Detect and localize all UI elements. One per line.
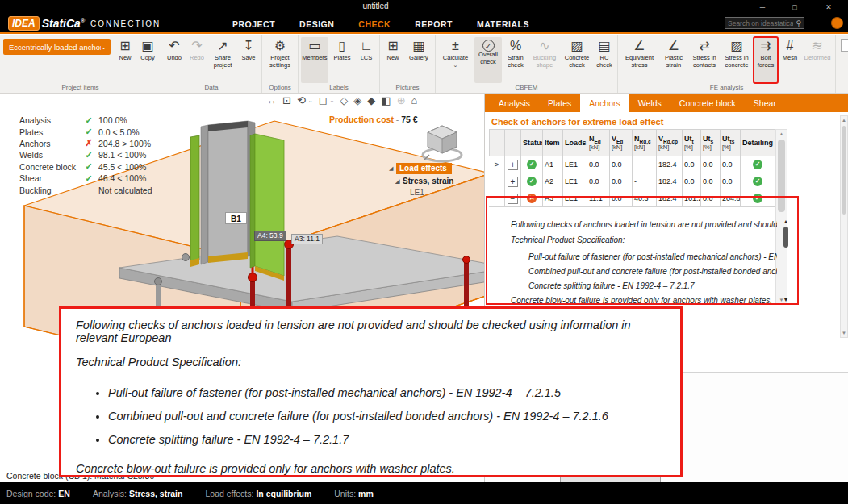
bolt-forces-button[interactable]: ⇉Bolt forces: [754, 37, 778, 83]
summary-label: Welds: [19, 150, 79, 160]
tab-shear[interactable]: Shear: [745, 94, 785, 112]
equivalent-stress-button[interactable]: ∠Equivalent stress: [620, 37, 658, 83]
ribbon-button-label: Equivalent stress: [620, 55, 658, 69]
strain-check-button[interactable]: %Strain check: [503, 37, 528, 83]
row-selector[interactable]: >: [489, 156, 505, 173]
ribbon-button-label: Overall check: [474, 52, 502, 65]
close-icon[interactable]: ✕: [817, 0, 841, 15]
search-input[interactable]: [725, 19, 796, 27]
ribbon-button-label: New: [386, 55, 399, 62]
ribbon-button-label: Members: [302, 55, 327, 62]
overall-check-button[interactable]: ✓Overall check: [474, 37, 502, 83]
menu-tab-report[interactable]: REPORT: [415, 19, 453, 29]
tab-plates[interactable]: Plates: [539, 94, 580, 112]
new-button[interactable]: ⊞New: [382, 37, 403, 83]
share-project-button[interactable]: ↗Share project: [209, 37, 236, 83]
tab-welds[interactable]: Welds: [629, 94, 670, 112]
tab-analysis[interactable]: Analysis: [490, 94, 539, 112]
value-cell-ut_t: 0.0: [683, 156, 701, 173]
tree-item-le1[interactable]: LE1: [410, 188, 453, 197]
save-button[interactable]: ↧Save: [238, 37, 259, 83]
row-selector[interactable]: [489, 190, 505, 207]
item-cell[interactable]: A1: [543, 156, 563, 173]
tab-anchors[interactable]: Anchors: [580, 94, 629, 112]
idea-statica-logo: IDEA StatiCa® CONNECTION: [8, 16, 161, 31]
summary-concrete-block: Concrete block✓45.5 < 100%: [19, 161, 152, 173]
value-cell-n_ed: 11.1: [587, 190, 610, 207]
ribbon-group-label: Labels: [299, 83, 379, 93]
mesh-size-zone: 10.00▲▼: [836, 35, 848, 93]
ribbon-button-label: Redo: [190, 55, 204, 62]
buckling-shape-icon: ∿: [539, 37, 549, 55]
row-expander-button[interactable]: +: [508, 177, 518, 187]
new-picture-icon: ⊞: [387, 37, 398, 55]
item-cell[interactable]: A2: [543, 173, 563, 190]
home-view-icon[interactable]: ⌂: [411, 94, 418, 107]
menu-tab-project[interactable]: PROJECT: [232, 19, 275, 29]
ribbon-group-label: Options: [262, 83, 298, 93]
navigation-cube[interactable]: [420, 123, 465, 165]
account-icon[interactable]: [831, 17, 843, 29]
overlay-bullet: Pull-out failure of fastener (for post-i…: [108, 386, 666, 399]
project-settings-button[interactable]: ⚙Project settings: [265, 37, 295, 83]
tree-item-load-effects[interactable]: ◢ Load effects: [389, 163, 453, 174]
value-cell-n_ed: 0.0: [587, 156, 610, 173]
row-expander-button[interactable]: −: [508, 194, 518, 204]
gallery-button[interactable]: ▦Gallery: [405, 37, 432, 83]
strain-check-icon: %: [510, 37, 521, 55]
minimize-icon[interactable]: ─: [750, 0, 775, 15]
transparent-view-icon[interactable]: ◈: [353, 94, 361, 107]
ribbon-group-labels: ▭Members▯Plates∟LCSLabels: [299, 35, 380, 93]
menu-tab-materials[interactable]: MATERIALS: [477, 19, 529, 29]
plates-button[interactable]: ▯Plates: [330, 37, 354, 83]
concrete-check-button[interactable]: ▨Concrete check: [562, 37, 592, 83]
plastic-strain-button[interactable]: ∠Plastic strain: [660, 37, 687, 83]
members-button[interactable]: ▭Members: [301, 37, 328, 83]
lcs-button[interactable]: ∟LCS: [356, 37, 377, 83]
value-cell-ut_s: 0.0: [701, 190, 721, 207]
summary-plates: Plates✓0.0 < 5.0%: [19, 126, 152, 137]
tree-item-stress-strain[interactable]: ◢ Stress, strain: [395, 177, 453, 185]
copy-button[interactable]: ▣Copy: [137, 37, 158, 83]
rc-check-button[interactable]: ▤RC check: [594, 37, 615, 83]
search-icon[interactable]: ⚲: [796, 19, 804, 27]
expander-cell: −: [505, 190, 521, 207]
stress-in-contacts-button[interactable]: ⇄Stress in contacts: [689, 37, 720, 83]
ribbon-button-label: Stress in concrete: [721, 55, 752, 69]
section-view-icon[interactable]: ◧: [381, 94, 391, 107]
tab-concrete-block[interactable]: Concrete block: [670, 94, 745, 112]
zoom-fit-icon[interactable]: ⊡: [282, 94, 291, 107]
calculate-button[interactable]: ±Calculate⌄: [438, 37, 473, 83]
value-spinner[interactable]: 10.00▲▼: [841, 39, 848, 52]
statusbar: Design code:ENAnalysis:Stress, strainLoa…: [0, 482, 848, 504]
menu-tab-design[interactable]: DESIGN: [299, 19, 334, 29]
item-cell[interactable]: A3: [543, 190, 563, 207]
row-expander-button[interactable]: +: [508, 160, 518, 170]
rotate-view-icon[interactable]: ⟲: [297, 94, 306, 107]
menu-tab-check[interactable]: CHECK: [358, 19, 391, 29]
value-cell-ut_s: 0.0: [701, 156, 721, 173]
ribbon-group-label: CBFEM: [436, 83, 617, 93]
ribbon-button-label: Mesh: [783, 55, 797, 62]
undo-button[interactable]: ↶Undo: [164, 37, 185, 83]
overlay-intro-line2: Technical Product Specification:: [76, 356, 666, 369]
clip-plane-icon[interactable]: ◻: [319, 94, 328, 107]
solid-view-icon[interactable]: ◆: [367, 94, 375, 107]
new-button[interactable]: ⊞New: [115, 37, 136, 83]
measure-icon[interactable]: ↔: [266, 94, 277, 107]
rc-check-icon: ▤: [598, 37, 610, 55]
bolt-forces-icon: ⇉: [760, 37, 771, 55]
project-item-dropdown[interactable]: Eccentrically loaded anchoring⌄: [3, 39, 111, 55]
summary-value: 98.1 < 100%: [98, 150, 146, 160]
pass-check-icon: ✓: [79, 127, 98, 137]
mesh-button[interactable]: #Mesh: [779, 37, 800, 83]
notes-scrollbar[interactable]: ▲ ▼: [782, 219, 790, 302]
row-selector[interactable]: [489, 173, 505, 190]
panel-scrollbar[interactable]: ▲ ▼: [840, 115, 848, 338]
wireframe-view-icon[interactable]: ◇: [340, 94, 348, 107]
maximize-icon[interactable]: □: [783, 0, 807, 15]
stress-in-concrete-button[interactable]: ▨Stress in concrete: [721, 37, 752, 83]
summary-analysis: Analysis✓100.0%: [19, 115, 152, 126]
titlebar: untitled ─ □ ✕: [0, 0, 848, 15]
notes-bullet: Combined pull-out and concrete failure (…: [528, 267, 777, 276]
